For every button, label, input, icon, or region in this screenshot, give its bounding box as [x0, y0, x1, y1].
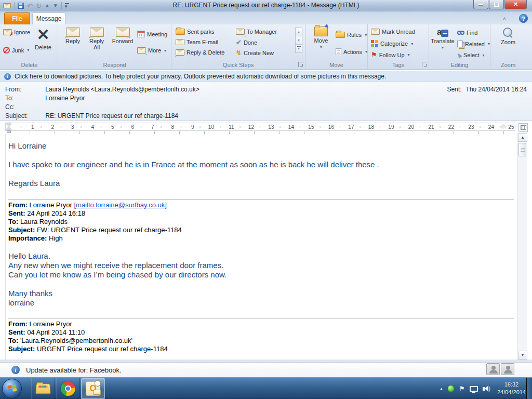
related-button[interactable]: Related	[457, 41, 490, 47]
ruler-tick: ·	[464, 125, 465, 129]
scroll-down-button[interactable]: ▼	[518, 351, 527, 360]
quick-step-done[interactable]: ✔ Done	[236, 39, 257, 46]
taskbar: O ▴ ⚑ ) 16:32 24/04/2014	[0, 377, 532, 399]
restore-button[interactable]	[489, 0, 504, 9]
ruler-segment: ·I·24	[475, 123, 496, 130]
collapse-ribbon-button[interactable]: ˄	[501, 16, 508, 22]
minimize-button[interactable]	[473, 0, 488, 9]
tray-clock[interactable]: 16:32 24/04/2014	[497, 381, 526, 396]
ruler-tick: ·	[484, 125, 485, 129]
delete-button[interactable]: ✕ Delete	[30, 26, 56, 50]
quick-step-to-manager[interactable]: → To Manager	[236, 29, 277, 35]
body-scrollbar[interactable]: ▲ ▼	[517, 133, 527, 360]
right-indent-marker[interactable]	[501, 124, 506, 128]
zoom-button[interactable]: Zoom	[495, 28, 522, 45]
network-icon[interactable]	[470, 386, 478, 392]
quick-steps-scroll-down[interactable]: ▼	[295, 36, 302, 45]
quick-step-sent-parks[interactable]: Sent parks	[176, 29, 215, 35]
restore-icon	[494, 3, 499, 7]
ignore-button[interactable]: ✗ Ignore	[3, 29, 30, 35]
follow-up-button[interactable]: ⚑ Follow Up	[371, 51, 410, 58]
ruler-number: 16	[328, 124, 335, 130]
ruler-tick: I	[340, 125, 341, 129]
mailto-link[interactable]: [mailto:lorraine@surfbay.co.uk]	[74, 201, 166, 209]
move-button[interactable]: Move	[309, 26, 334, 49]
ruler-tick: I	[320, 125, 321, 129]
taskbar-outlook-button[interactable]: O	[81, 378, 105, 399]
ruler-tick: ·	[415, 125, 416, 129]
ribbon: ✗ Ignore Junk ✕ Delete Delete ← Reply ← …	[0, 24, 532, 70]
statusbar-text[interactable]: Update available for: Facebook.	[26, 366, 122, 374]
show-desktop-button[interactable]	[526, 378, 532, 399]
done-check-icon: ✔	[236, 39, 242, 46]
ruler-tick: ·	[264, 125, 265, 129]
tags-dialog-launcher[interactable]	[422, 62, 427, 67]
reply-button[interactable]: ← Reply	[61, 28, 84, 44]
subject-value: RE: URGENT Price request our ref charge-…	[45, 112, 178, 119]
ruler-tick: I	[440, 125, 441, 129]
reply-delete-icon: ←	[176, 49, 184, 56]
taskbar-chrome-button[interactable]	[56, 378, 80, 399]
quick-step-reply-delete[interactable]: ← Reply & Delete	[176, 49, 224, 56]
scroll-up-button[interactable]: ▲	[518, 133, 527, 142]
social-connector-avatar[interactable]	[486, 363, 500, 375]
header-subject-row: Subject: RE: URGENT Price request our re…	[5, 112, 178, 119]
ruler-segment: ·I·4	[75, 123, 96, 130]
categorize-button[interactable]: Categorize	[371, 40, 413, 47]
quick-steps-scroll-up[interactable]: ▲	[295, 28, 302, 36]
ruler[interactable]: ·I·1·I·2·I·3·I·4·I·5·I·6·I·7·I·8·I·9·I·1…	[5, 123, 515, 131]
quick-step-create-new[interactable]: ↯ Create New	[236, 49, 274, 56]
help-button[interactable]: ?	[519, 14, 528, 23]
tab-file[interactable]: File	[4, 12, 30, 24]
mark-unread-button[interactable]: Mark Unread	[371, 29, 415, 35]
delete-icon: ✕	[36, 26, 49, 43]
ruler-tick: ·	[166, 125, 167, 129]
meeting-button[interactable]: Meeting	[137, 31, 167, 37]
quick-step-team-email[interactable]: Team E-mail	[176, 39, 218, 45]
quick-steps-more-button[interactable]: ▼	[295, 44, 302, 53]
scroll-thumb[interactable]	[518, 143, 526, 156]
ruler-segment: ·I·2	[35, 123, 56, 130]
download-pictures-infobar[interactable]: i Click here to download pictures. To he…	[0, 71, 532, 82]
hanging-indent-marker[interactable]	[6, 127, 11, 130]
ribbon-group-delete: ✗ Ignore Junk ✕ Delete Delete	[1, 24, 58, 69]
quick-steps-dialog-launcher[interactable]	[298, 62, 303, 67]
translate-button[interactable]: a Translate	[430, 28, 455, 50]
tray-expand-icon[interactable]: ▴	[440, 386, 443, 391]
start-button[interactable]	[2, 379, 22, 398]
follow-up-flag-icon: ⚑	[371, 51, 377, 58]
ruler-tick: I	[220, 125, 221, 129]
select-button[interactable]: Select	[457, 52, 485, 58]
header-from-row: From: Laura Reynolds <Laura.Reynolds@pem…	[5, 86, 200, 93]
more-respond-button[interactable]: → More	[137, 47, 166, 54]
ruler-tick: ·	[444, 125, 445, 129]
forward-button[interactable]: → Forward	[109, 28, 136, 44]
window-title: RE: URGENT Price request our ref charge-…	[0, 2, 532, 9]
ruler-toggle-button[interactable]	[518, 123, 528, 132]
social-connector-avatar[interactable]	[501, 363, 514, 375]
taskbar-explorer-button[interactable]	[31, 378, 55, 399]
ruler-tick: ·	[455, 125, 456, 129]
find-button[interactable]: Find	[457, 30, 477, 36]
group-label-tags: Tags	[368, 62, 429, 68]
ruler-segment: ·I·22	[435, 123, 456, 130]
first-line-indent-marker[interactable]	[6, 123, 11, 126]
reply-all-button[interactable]: ← Reply All	[85, 28, 108, 50]
actions-button[interactable]: Actions	[336, 48, 367, 55]
ruler-segment: ·I·20	[395, 123, 416, 130]
forward-icon: →	[116, 28, 130, 37]
action-center-flag-icon[interactable]: ⚑	[459, 385, 465, 392]
ruler-tick: ·	[404, 125, 405, 129]
ruler-segment: ·I·19	[375, 123, 395, 130]
junk-button[interactable]: Junk	[3, 47, 29, 54]
ruler-tick: ·	[25, 125, 26, 129]
to-label: To:	[5, 95, 44, 102]
ribbon-group-respond: ← Reply ← Reply All → Forward Meeting → …	[58, 24, 171, 69]
rules-button[interactable]: Rules	[336, 32, 367, 38]
close-button[interactable]: ✕	[504, 0, 527, 9]
ruler-tick: ·	[185, 125, 187, 129]
tab-message[interactable]: Message	[32, 12, 65, 24]
tray-status-icon[interactable]	[447, 385, 455, 392]
ruler-number: 11	[229, 124, 235, 130]
volume-icon[interactable]: )	[483, 385, 490, 392]
